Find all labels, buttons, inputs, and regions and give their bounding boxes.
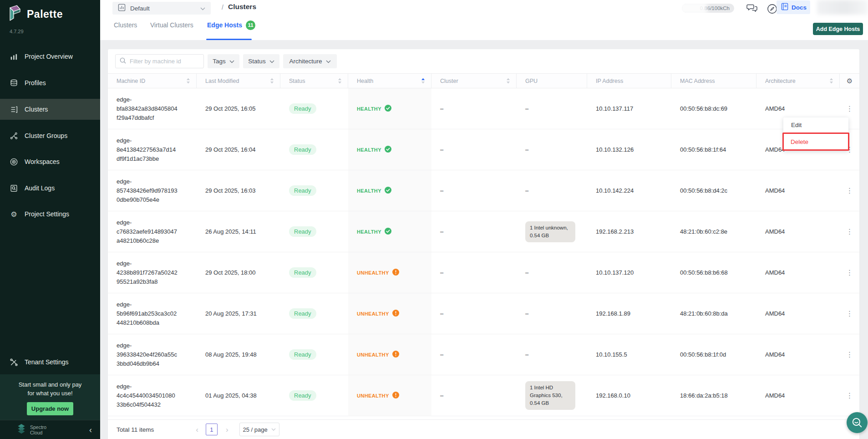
health-label: UNHEALTHY [357, 270, 389, 276]
row-actions-kebab-icon[interactable]: ⋮ [840, 309, 859, 318]
layers-icon [10, 79, 18, 87]
sidebar-item-profiles[interactable]: Profiles [0, 72, 100, 93]
tab-count-badge: 11 [246, 20, 255, 30]
project-selector[interactable]: Default [112, 2, 211, 15]
sidebar-collapse-icon[interactable]: ‹ [89, 426, 92, 434]
sort-icon[interactable] [421, 78, 425, 84]
row-actions-kebab-icon[interactable]: ⋮ [840, 350, 859, 359]
row-actions-kebab-icon[interactable]: ⋮ [840, 227, 859, 236]
usage-badge: 0.86/100kCh [682, 4, 734, 13]
ip-address: 10.10.137.120 [587, 252, 671, 293]
topbar: Default / Clusters 0.86/100kCh [100, 0, 868, 40]
tab-clusters[interactable]: Clusters [114, 19, 137, 31]
table-body: edge-bfa83842a83d8405804f29a47ddbafcf29 … [108, 88, 859, 416]
column-header-health[interactable]: Health [348, 74, 431, 88]
active-tab-underline [206, 39, 252, 40]
bar-chart-icon [10, 52, 18, 61]
last-modified: 20 Aug 2025, 17:31 [197, 293, 280, 334]
context-menu-item-delete[interactable]: Delete [782, 133, 849, 151]
ip-address: 192.168.1.89 [587, 293, 671, 334]
table-settings-gear-icon[interactable]: ⚙ [847, 77, 853, 84]
machine-id: edge-4c4c4544003450108033b6c04f504432 [117, 382, 190, 409]
warning-circle-icon [392, 269, 399, 277]
sidebar-item-tenant-settings[interactable]: Tenant Settings [0, 352, 100, 373]
last-modified: 29 Oct 2025, 16:05 [197, 88, 280, 129]
row-actions-kebab-icon[interactable]: ⋮ [840, 186, 859, 195]
doc-search-icon [10, 184, 18, 193]
ip-address: 10.10.137.117 [587, 88, 671, 129]
next-page-button[interactable]: › [226, 426, 228, 434]
column-header-cluster[interactable]: Cluster [431, 74, 517, 88]
add-edge-hosts-button[interactable]: Add Edge Hosts [813, 23, 863, 35]
sort-icon[interactable] [338, 78, 342, 84]
last-modified: 26 Aug 2025, 14:11 [197, 211, 280, 252]
ip-address: 10.10.155.5 [587, 334, 671, 375]
mac-address: 18:66:da:2a:b5:18 [671, 375, 756, 416]
table-row: edge-c76832aefe914893047a48210b60c28e26 … [108, 211, 859, 252]
row-actions-kebab-icon[interactable]: ⋮ [840, 104, 859, 113]
ip-address: 10.10.132.126 [587, 129, 671, 170]
table-toolbar: TagsStatusArchitecture [108, 49, 859, 73]
breadcrumb-separator: / [222, 4, 223, 11]
column-header-status[interactable]: Status [280, 74, 348, 88]
prev-page-button[interactable]: ‹ [196, 426, 198, 434]
filter-status[interactable]: Status [243, 54, 279, 68]
row-actions-kebab-icon[interactable]: ⋮ [840, 268, 859, 277]
page-number-button[interactable]: 1 [206, 424, 218, 435]
machine-id: edge-8e41384227563a7d14df9f1d1ac73bbe [117, 136, 190, 163]
column-header-architecture[interactable]: Architecture [756, 74, 840, 88]
row-context-menu: EditDelete [783, 117, 848, 151]
sidebar-item-project-settings[interactable]: ⚙Project Settings [0, 204, 100, 225]
sidebar-item-project-overview[interactable]: Project Overview [0, 46, 100, 67]
gpu-value: – [525, 269, 528, 276]
last-modified: 29 Oct 2025, 16:04 [197, 129, 280, 170]
column-header-last-modified[interactable]: Last Modified [197, 74, 280, 88]
gpu-badge: 1 Intel unknown, 0.54 GB [525, 221, 575, 242]
column-header-machine-id[interactable]: Machine ID [108, 74, 197, 88]
tab-edge-hosts[interactable]: Edge Hosts11 [207, 19, 255, 31]
status-badge: Ready [289, 185, 316, 196]
docs-button[interactable]: Docs [777, 0, 810, 14]
status-badge: Ready [289, 308, 316, 319]
cluster-value: – [431, 293, 517, 334]
filter-tags[interactable]: Tags [208, 54, 239, 68]
help-chat-button[interactable] [847, 412, 868, 433]
mac-address: 00:50:56:b8:1f:0d [671, 334, 756, 375]
filter-architecture[interactable]: Architecture [283, 54, 337, 68]
sort-icon[interactable] [186, 78, 190, 84]
row-actions-kebab-icon[interactable]: ⋮ [840, 391, 859, 400]
context-menu-item-edit[interactable]: Edit [783, 117, 848, 133]
sidebar-item-audit-logs[interactable]: Audit Logs [0, 178, 100, 199]
health-label: HEALTHY [357, 188, 381, 194]
chevron-down-icon [269, 58, 274, 65]
status-badge: Ready [289, 144, 316, 155]
sort-icon[interactable] [506, 78, 510, 84]
architecture: AMD64 [756, 170, 840, 211]
last-modified: 29 Oct 2025, 18:00 [197, 252, 280, 293]
sidebar-item-cluster-groups[interactable]: Cluster Groups [0, 125, 100, 146]
breadcrumb: Clusters [228, 3, 256, 11]
mac-address: 00:50:56:b8:d4:2c [671, 170, 756, 211]
cluster-value: – [431, 334, 517, 375]
sidebar-item-workspaces[interactable]: Workspaces [0, 151, 100, 172]
machine-id: edge-857438426ef9d9781930dbe90b705e4e [117, 177, 190, 204]
search-input[interactable] [130, 58, 199, 65]
sort-icon[interactable] [270, 78, 274, 84]
tab-virtual-clusters[interactable]: Virtual Clusters [150, 19, 193, 31]
page-size-select[interactable]: 25 / page [239, 423, 279, 436]
upgrade-now-button[interactable]: Upgrade now [27, 402, 73, 415]
check-circle-icon [385, 187, 391, 195]
edge-hosts-card: TagsStatusArchitecture Machine IDLast Mo… [108, 49, 859, 439]
last-modified: 01 Aug 2025, 04:38 [197, 375, 280, 416]
machine-id-search[interactable] [115, 54, 204, 68]
compass-icon[interactable] [767, 4, 777, 16]
architecture: AMD64 [756, 375, 840, 416]
sidebar: Palette 4.7.29 Project OverviewProfilesC… [0, 0, 100, 439]
warning-circle-icon [392, 351, 399, 359]
warning-circle-icon [392, 310, 399, 318]
feedback-chat-icon[interactable] [746, 3, 758, 15]
sort-icon[interactable] [829, 78, 833, 84]
sidebar-item-clusters[interactable]: Clusters [0, 99, 100, 120]
sidebar-item-label: Tenant Settings [25, 358, 69, 366]
user-menu-blurred[interactable] [817, 0, 868, 15]
